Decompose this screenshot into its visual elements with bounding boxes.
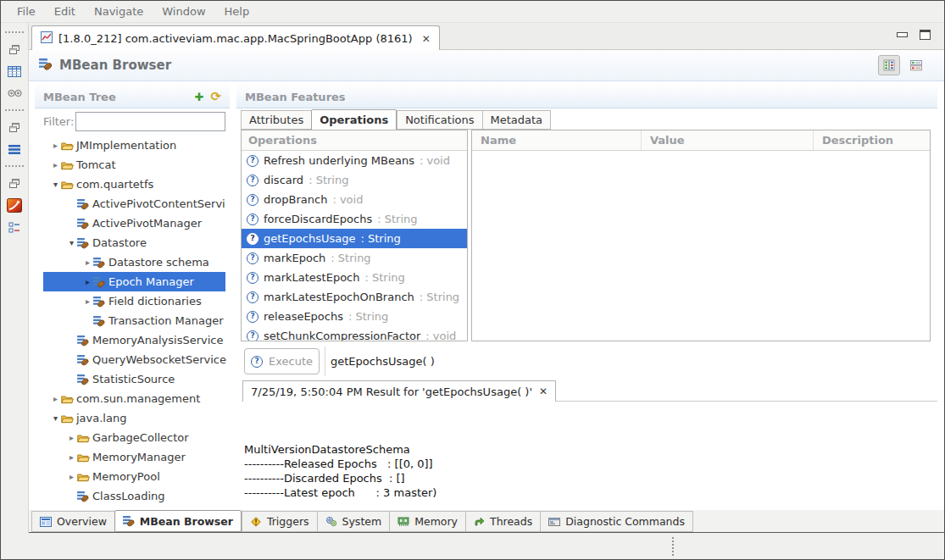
maximize-icon[interactable] [920, 30, 931, 40]
column-header-description[interactable]: Description [814, 130, 930, 150]
tree-item[interactable]: ▸Tomcat [43, 155, 225, 175]
menu-item-window[interactable]: Window [153, 5, 214, 18]
operation-name: markLatestEpochOnBranch [264, 291, 414, 303]
menu-item-edit[interactable]: Edit [45, 5, 85, 18]
tree-item-label: java.lang [75, 412, 126, 424]
view-tab-threads[interactable]: Threads [465, 511, 540, 532]
splitter-handle[interactable] [672, 537, 674, 556]
tree-item[interactable]: QueryWebsocketService [43, 350, 225, 369]
editor-tab[interactable]: [1.8.0_212] com.activeviam.mac.app.MacSp… [31, 25, 440, 51]
view-tab-label: Overview [57, 515, 107, 528]
tree-item[interactable]: ActivePivotManager [43, 213, 225, 233]
help-icon: ? [247, 291, 258, 303]
outline-view-icon[interactable] [1, 216, 28, 238]
filter-input[interactable] [75, 112, 225, 131]
chevron-right-icon[interactable]: ▸ [50, 160, 61, 169]
refresh-icon[interactable]: ⟳ [210, 91, 221, 103]
operation-row[interactable]: ?getEpochsUsageString [242, 229, 467, 248]
chevron-down-icon[interactable]: ▾ [66, 238, 77, 247]
tree-item[interactable]: ▾java.lang [43, 408, 225, 428]
tree-item[interactable]: ▸JMImplementation [43, 136, 225, 155]
chevron-right-icon[interactable]: ▸ [82, 258, 93, 267]
operation-row[interactable]: ?markLatestEpochString [242, 268, 467, 287]
operation-row[interactable]: ?releaseEpochsString [242, 307, 467, 326]
tree-item[interactable]: ▸com.sun.management [43, 389, 225, 408]
tree-item[interactable]: StatisticSource [43, 369, 225, 389]
restore-view-icon[interactable] [1, 38, 28, 60]
restore-view-icon[interactable] [1, 116, 28, 138]
strip-separator [5, 165, 24, 167]
restore-view-icon[interactable] [1, 172, 28, 194]
operation-row[interactable]: ?discardString [242, 170, 467, 190]
view-tab-triggers[interactable]: Triggers [242, 511, 317, 532]
tab-row-filler [556, 380, 937, 402]
tree-item[interactable]: ▸Epoch Manager [43, 272, 225, 291]
tree-item[interactable]: Transaction Manager [43, 311, 225, 330]
chevron-right-icon[interactable]: ▸ [50, 141, 61, 150]
tree-item[interactable]: ▸GarbageCollector [43, 428, 225, 447]
view-tab-mbean-browser[interactable]: MBean Browser [114, 510, 242, 532]
mbean-icon [77, 335, 92, 347]
operation-row[interactable]: ?markLatestEpochOnBranchString [242, 287, 467, 307]
view-tab-memory[interactable]: Memory [389, 511, 465, 532]
parameters-table-header: NameValueDescription [472, 130, 930, 151]
menu-item-navigate[interactable]: Navigate [85, 5, 153, 18]
chevron-down-icon[interactable]: ▾ [50, 180, 61, 189]
chevron-right-icon[interactable]: ▸ [82, 277, 93, 286]
mission-control-icon[interactable] [1, 194, 28, 216]
menu-item-help[interactable]: Help [215, 5, 259, 18]
result-tab[interactable]: 7/25/19, 5:50:04 PM Result for 'getEpoch… [242, 380, 556, 402]
result-tab-row: 7/25/19, 5:50:04 PM Result for 'getEpoch… [242, 380, 937, 402]
operation-row[interactable]: ?setChunkCompressionFactorvoid [242, 326, 467, 341]
tree-item[interactable]: ▾Datastore [43, 233, 225, 252]
execute-button[interactable]: ? Execute [244, 348, 320, 374]
tree-item[interactable]: ▾com.quartetfs [43, 175, 225, 194]
tree-item[interactable]: ▸Datastore schema [43, 252, 225, 272]
menu-item-file[interactable]: File [8, 5, 45, 18]
strip-separator [5, 109, 24, 111]
column-header-value[interactable]: Value [642, 130, 814, 150]
operations-column-header: Operations [242, 130, 467, 151]
column-header-name[interactable]: Name [472, 130, 642, 150]
chevron-right-icon[interactable]: ▸ [66, 452, 77, 462]
add-icon[interactable]: ✚ [195, 91, 204, 103]
operation-name: forceDiscardEpochs [264, 213, 372, 225]
chevron-right-icon[interactable]: ▸ [66, 472, 77, 481]
operation-return-type: String [360, 232, 400, 245]
operation-row[interactable]: ?Refresh underlying MBeansvoid [242, 151, 467, 170]
minimize-icon[interactable] [897, 32, 908, 37]
view-tab-overview[interactable]: Overview [31, 511, 114, 532]
operation-row[interactable]: ?forceDiscardEpochsString [242, 209, 467, 229]
tree-item[interactable]: MemoryAnalysisService [43, 330, 225, 350]
operation-row[interactable]: ?markEpochString [242, 248, 467, 268]
close-icon[interactable]: ✕ [539, 385, 548, 397]
layout-list-button[interactable] [905, 55, 927, 75]
tab-attributes[interactable]: Attributes [241, 110, 311, 130]
view-tab-label: System [342, 515, 382, 528]
progress-view-icon[interactable] [1, 82, 28, 104]
tree-item[interactable]: ClassLoading [43, 486, 225, 506]
operation-row[interactable]: ?dropBranchvoid [242, 190, 467, 209]
chevron-down-icon[interactable]: ▾ [50, 413, 61, 423]
layout-blocks-button[interactable] [878, 55, 900, 75]
tree-item[interactable]: ▸MemoryPool [43, 467, 225, 486]
editor-tab-bar: [1.8.0_212] com.activeviam.mac.app.MacSp… [29, 23, 944, 50]
chevron-right-icon[interactable]: ▸ [50, 394, 61, 403]
tab-metadata[interactable]: Metadata [482, 110, 552, 130]
properties-table-icon[interactable] [1, 60, 28, 82]
chevron-right-icon[interactable]: ▸ [66, 433, 77, 442]
chevron-right-icon[interactable]: ▸ [82, 297, 93, 306]
mbean-tree: ▸JMImplementation▸Tomcat▾com.quartetfsAc… [43, 136, 225, 506]
view-tab-system[interactable]: System [317, 511, 390, 532]
tree-item[interactable]: ▸Field dictionaries [43, 291, 225, 311]
list-view-icon[interactable] [1, 138, 28, 160]
operation-return-type: void [332, 193, 363, 206]
view-tab-diagnostic-commands[interactable]: Diagnostic Commands [540, 511, 693, 532]
tab-operations[interactable]: Operations [311, 109, 397, 130]
tab-notifications[interactable]: Notifications [397, 110, 481, 130]
operation-return-type: String [331, 252, 370, 264]
tree-item[interactable]: ActivePivotContentServi [43, 194, 225, 213]
tree-item[interactable]: ▸MemoryManager [43, 447, 225, 467]
close-icon[interactable]: ✕ [422, 33, 431, 45]
page-title: MBean Browser [59, 58, 171, 73]
